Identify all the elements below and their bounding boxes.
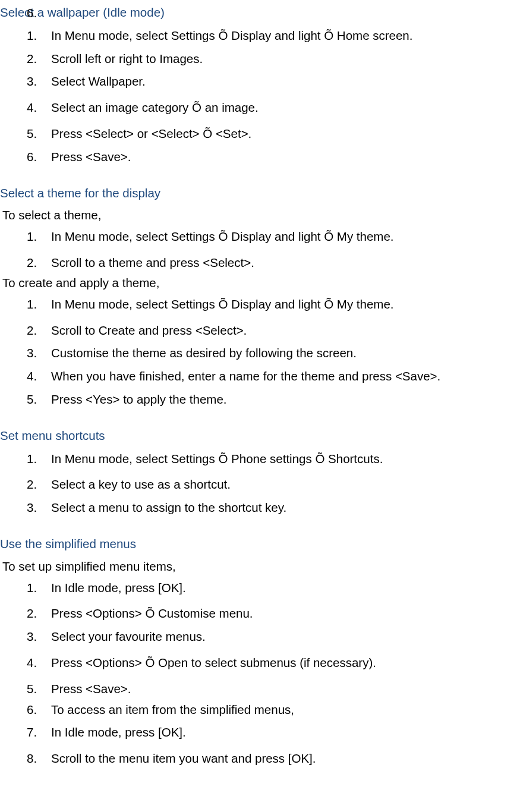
section-theme: Select a theme for the display To select… xyxy=(0,184,523,410)
list-item: Scroll to the menu item you want and pre… xyxy=(0,748,523,769)
list-item: Press <Options> Õ Customise menu. xyxy=(0,603,523,624)
list-item-text: In Idle mode, press [OK]. xyxy=(51,581,186,594)
list-item: Press <Options> Õ Open to select submenu… xyxy=(0,653,523,673)
list-item-text: Press <Yes> to apply the theme. xyxy=(51,392,227,406)
list-item: Press <Select> or <Select> Õ <Set>. xyxy=(0,124,523,144)
body-text: To select a theme, xyxy=(0,206,523,225)
list-item-text: In Menu mode, select Settings Õ Phone se… xyxy=(51,452,383,465)
list-item: Scroll to a theme and press <Select>. xyxy=(0,253,523,273)
section-simplified-menus: Use the simplified menus To set up simpl… xyxy=(0,534,523,769)
list-item-text: Scroll left or right to Images. xyxy=(51,52,203,65)
list-item: Press <Save>. xyxy=(0,679,523,699)
list-item-text: Press <Options> Õ Open to select submenu… xyxy=(51,656,376,669)
body-text: To set up simplified menu items, xyxy=(0,557,523,577)
list-item-text: Press <Save>. xyxy=(51,682,131,695)
section-wallpaper: Select a wallpaper (Idle mode) In Menu m… xyxy=(0,3,523,167)
body-text: To create and apply a theme, xyxy=(0,273,523,293)
list-item-text: Scroll to the menu item you want and pre… xyxy=(51,751,316,765)
list-item: When you have finished, enter a name for… xyxy=(0,366,523,386)
section-heading: Set menu shortcuts xyxy=(0,426,523,446)
section-shortcuts: Set menu shortcuts In Menu mode, select … xyxy=(0,426,523,518)
list-item: Press <Yes> to apply the theme. xyxy=(0,389,523,410)
list-item-text: In Menu mode, select Settings Õ Display … xyxy=(51,29,412,42)
list-item: Customise the theme as desired by follow… xyxy=(0,343,523,363)
section-heading: Select a wallpaper (Idle mode) xyxy=(0,3,523,23)
ordered-list: In Menu mode, select Settings Õ Display … xyxy=(0,294,523,410)
list-item-text: In Idle mode, press [OK]. xyxy=(51,725,186,739)
list-item-text: Select your favourite menus. xyxy=(51,630,206,643)
list-item: Select Wallpaper. xyxy=(0,71,523,92)
section-heading: Select a theme for the display xyxy=(0,184,523,203)
list-item: In Idle mode, press [OK]. xyxy=(0,578,523,598)
ordered-list: In Menu mode, select Settings Õ Display … xyxy=(0,226,523,273)
list-item-text: To access an item from the simplified me… xyxy=(51,703,294,716)
list-item-text: Press <Select> or <Select> Õ <Set>. xyxy=(51,127,251,140)
list-item: To access an item from the simplified me… xyxy=(0,700,523,720)
list-item: Select your favourite menus. xyxy=(0,627,523,647)
ordered-list: In Menu mode, select Settings Õ Display … xyxy=(0,26,523,167)
list-item-text: Select a menu to assign to the shortcut … xyxy=(51,501,286,514)
list-item-text: Select Wallpaper. xyxy=(51,74,146,88)
list-item: In Menu mode, select Settings Õ Display … xyxy=(0,294,523,314)
ordered-list: In Idle mode, press [OK]. Press <Options… xyxy=(0,578,523,769)
list-item-text: Scroll to a theme and press <Select>. xyxy=(51,256,254,269)
list-item: Select an image category Õ an image. xyxy=(0,97,523,118)
list-item: In Idle mode, press [OK]. xyxy=(0,722,523,742)
section-heading: Use the simplified menus xyxy=(0,534,523,554)
list-item: Select a key to use as a shortcut. xyxy=(0,474,523,495)
list-item: In Menu mode, select Settings Õ Display … xyxy=(0,26,523,46)
list-item: Press <Save>. xyxy=(0,147,523,167)
list-item-text: Select a key to use as a shortcut. xyxy=(51,477,231,491)
list-item: Scroll to Create and press <Select>. xyxy=(0,320,523,341)
ordered-list: In Menu mode, select Settings Õ Phone se… xyxy=(0,449,523,518)
list-item-text: Press <Options> Õ Customise menu. xyxy=(51,606,253,620)
list-item-text: In Menu mode, select Settings Õ Display … xyxy=(51,297,394,311)
list-item-text: In Menu mode, select Settings Õ Display … xyxy=(51,229,394,243)
list-item-text: Press <Save>. xyxy=(51,150,131,163)
list-item-text: When you have finished, enter a name for… xyxy=(51,369,440,383)
list-item: Scroll left or right to Images. xyxy=(0,49,523,69)
list-item-text: Select an image category Õ an image. xyxy=(51,100,259,114)
list-item: In Menu mode, select Settings Õ Display … xyxy=(0,226,523,247)
list-item-text: Scroll to Create and press <Select>. xyxy=(51,323,247,337)
list-item: In Menu mode, select Settings Õ Phone se… xyxy=(0,449,523,469)
list-item-text: Customise the theme as desired by follow… xyxy=(51,346,357,360)
list-item: Select a menu to assign to the shortcut … xyxy=(0,498,523,518)
